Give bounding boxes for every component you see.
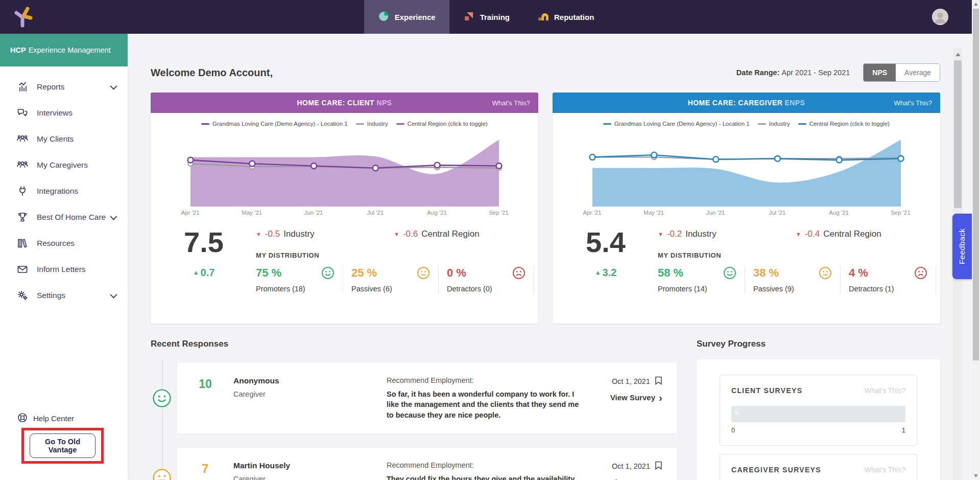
chart-x-axis: Apr '21May '21Jun '21Jul '21Aug '21Sep '… (186, 210, 503, 218)
response-card: 7 Martin Housely Caregiver Recommend Emp… (177, 448, 677, 480)
bookmark-icon[interactable] (655, 461, 662, 471)
scrollbar-thumb[interactable] (954, 60, 962, 208)
response-date: Oct 1, 2021 (612, 377, 650, 385)
client-stats: 7.5 ▲0.7 ▼-0.5Industry ▼-0.6Central Regi… (151, 218, 538, 294)
chat-bubbles-icon (16, 107, 29, 119)
triangle-down-icon: ▼ (394, 231, 399, 237)
training-icon (463, 11, 474, 24)
view-survey-link[interactable]: View Survey› (581, 478, 662, 480)
stats-detail: ▼-0.5Industry ▼-0.6Central Region MY DIS… (245, 226, 534, 294)
sidebar: HCP Experience Management Reports (0, 34, 128, 480)
scroll-down-arrow-icon[interactable] (974, 474, 978, 477)
tab-experience[interactable]: Experience (364, 0, 449, 34)
sidebar-item-my-caregivers[interactable]: My Caregivers (0, 152, 128, 178)
nps-average-toggle: NPS Average (863, 63, 940, 82)
date-range: Date Range:Apr 2021 - Sep 2021 (736, 68, 850, 77)
client-nps-chart (186, 131, 503, 208)
card-title: HOME CARE: CAREGIVER ENPS (688, 99, 805, 107)
chevron-down-icon (110, 291, 117, 298)
respondent-name: Martin Housely (233, 461, 387, 470)
legend-industry[interactable]: Industry (758, 121, 790, 127)
sidebar-item-inform-letters[interactable]: Inform Letters (0, 256, 128, 282)
legend-industry[interactable]: Industry (356, 121, 388, 127)
whats-this-link[interactable]: What's This? (865, 466, 905, 474)
whats-this-link[interactable]: What's This? (894, 99, 933, 107)
whats-this-link[interactable]: What's This? (492, 99, 531, 107)
view-survey-link[interactable]: View Survey› (581, 393, 662, 402)
brand-logo-icon[interactable] (13, 6, 34, 28)
sidebar-item-label: Inform Letters (37, 265, 86, 274)
response-score: 7 (177, 461, 233, 480)
triangle-down-icon: ▼ (658, 231, 663, 237)
sidebar-item-my-clients[interactable]: My Clients (0, 126, 128, 152)
neutral-face-icon (417, 266, 430, 280)
sidebar-item-label: Reports (37, 82, 64, 92)
distribution-row: 58 % Promoters (14) 38 % Passives (9) 4 … (658, 265, 936, 294)
sidebar-item-best-of-home-care[interactable]: Best Of Home Care (0, 204, 128, 230)
survey-progress-card: CLIENT SURVEYS What's This? % 0 1 (697, 359, 940, 480)
recent-responses-title: Recent Responses (151, 339, 679, 349)
client-card-header: HOME CARE: CLIENT NPS What's This? (151, 93, 538, 113)
help-center-link[interactable]: Help Center (0, 413, 128, 424)
client-surveys-title: CLIENT SURVEYS (731, 386, 802, 395)
legend-swatch (396, 123, 404, 125)
date-range-value: Apr 2021 - Sep 2021 (781, 68, 850, 77)
sidebar-menu: Reports Interviews (0, 66, 128, 308)
response-date: Oct 1, 2021 (612, 462, 650, 470)
sidebar-item-label: Settings (37, 291, 65, 300)
response-comment: So far, it has been a wonderful company … (387, 389, 581, 420)
go-to-old-vantage-button[interactable]: Go To Old Vantage (30, 433, 95, 458)
toggle-nps[interactable]: NPS (864, 64, 896, 81)
feedback-label: Feedback (958, 228, 967, 264)
sidebar-brand: HCP Experience Management (0, 34, 128, 66)
passives-column: 25 % Passives (6) (343, 265, 439, 294)
sidebar-item-label: Best Of Home Care (37, 213, 106, 222)
sidebar-item-reports[interactable]: Reports (0, 74, 128, 100)
tab-training[interactable]: Training (449, 0, 523, 34)
scrollbar-thumb[interactable] (973, 9, 979, 360)
people-group-icon (16, 159, 29, 171)
app-screen: Experience Training Repu (0, 0, 980, 480)
response-body: Recommend Employment: So far, it has bee… (387, 376, 581, 420)
sidebar-item-settings[interactable]: Settings (0, 282, 128, 308)
sidebar-item-resources[interactable]: Resources (0, 230, 128, 256)
legend-swatch (758, 123, 766, 125)
envelope-icon (16, 263, 29, 276)
scroll-up-arrow-icon[interactable] (955, 53, 961, 56)
legend-agency[interactable]: Grandmas Loving Care (Demo Agency) - Loc… (201, 121, 348, 127)
sidebar-item-interviews[interactable]: Interviews (0, 100, 128, 126)
legend-swatch (603, 123, 611, 125)
tab-reputation[interactable]: Reputation (523, 0, 608, 34)
avatar[interactable] (932, 9, 948, 25)
legend-central-region[interactable]: Central Region (click to toggle) (396, 121, 488, 127)
whats-this-link[interactable]: What's This? (865, 386, 905, 395)
sidebar-item-integrations[interactable]: Integrations (0, 178, 128, 204)
sidebar-item-label: Interviews (37, 108, 73, 118)
scroll-up-arrow-icon[interactable] (974, 3, 978, 6)
gear-icon (16, 289, 29, 302)
legend-agency[interactable]: Grandmas Loving Care (Demo Agency) - Loc… (603, 121, 750, 127)
neutral-face-icon (152, 468, 172, 480)
enps-score: 5.4 (565, 228, 647, 257)
feedback-button[interactable]: Feedback (952, 214, 972, 279)
experience-icon (378, 11, 389, 24)
triangle-down-icon: ▼ (256, 231, 261, 237)
brand-rest: Experience Management (29, 46, 111, 54)
chevron-right-icon: › (659, 394, 662, 401)
progress-percent-label: % (734, 409, 739, 416)
toggle-average[interactable]: Average (896, 64, 940, 81)
sidebar-item-label: My Caregivers (37, 161, 88, 170)
chevron-down-icon (110, 213, 117, 220)
response-row: 7 Martin Housely Caregiver Recommend Emp… (151, 448, 679, 480)
window-scrollbar[interactable] (972, 0, 980, 480)
detractors-column: 4 % Detractors (1) (841, 265, 936, 294)
legend-central-region[interactable]: Central Region (click to toggle) (798, 121, 890, 127)
highlight-annotation-box: Go To Old Vantage (21, 428, 104, 464)
reputation-icon (537, 11, 548, 24)
caregiver-enps-chart (588, 131, 905, 208)
chart-x-axis: Apr '21May '21Jun '21Jul '21Aug '21Sep '… (588, 210, 905, 218)
page-header: Welcome Demo Account, Date Range:Apr 202… (151, 63, 940, 82)
bookmark-icon[interactable] (655, 376, 662, 386)
happy-face-icon (723, 266, 736, 280)
sidebar-item-label: Integrations (37, 187, 78, 196)
